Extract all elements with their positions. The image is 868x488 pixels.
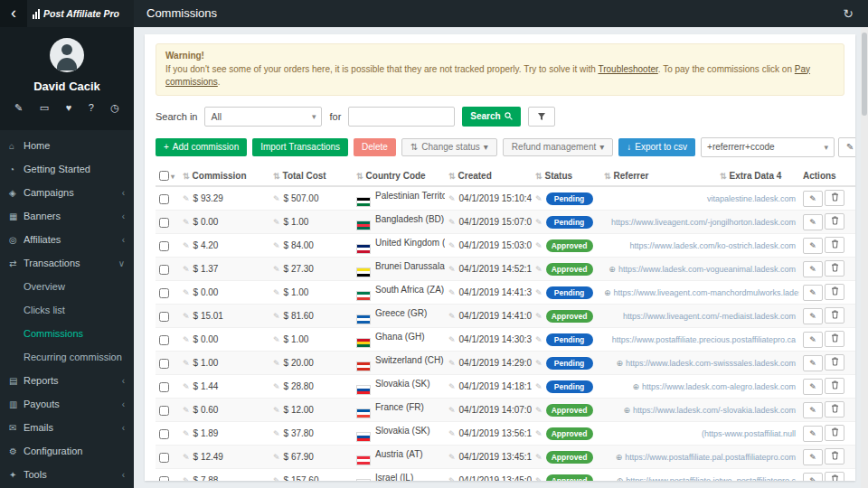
row-checkbox[interactable] (159, 288, 169, 298)
edit-pencil-icon[interactable]: ✎ (183, 453, 190, 462)
avatar[interactable] (50, 38, 84, 72)
edit-pencil-icon[interactable]: ✎ (183, 265, 190, 274)
search-button[interactable]: Search (462, 107, 520, 127)
delete-row-button[interactable] (825, 331, 844, 347)
sidebar-item-overview[interactable]: Overview (0, 275, 134, 298)
delete-row-button[interactable] (825, 190, 844, 206)
edit-pencil-icon[interactable]: ✎ (448, 382, 456, 391)
row-checkbox[interactable] (159, 359, 169, 369)
row-checkbox[interactable] (159, 382, 169, 392)
edit-pencil-icon[interactable]: ✎ (448, 359, 456, 368)
edit-pencil-icon[interactable]: ✎ (535, 241, 542, 250)
edit-pencil-icon[interactable]: ✎ (273, 476, 280, 481)
change-status-button[interactable]: ⇅ Change status ▾ (401, 138, 497, 156)
delete-row-button[interactable] (825, 425, 844, 441)
scrollbar-thumb[interactable] (862, 33, 867, 116)
referrer-link[interactable]: https://www.postaffiliate.pal.postaffili… (625, 453, 796, 462)
edit-pencil-icon[interactable]: ✎ (183, 359, 190, 368)
sidebar-item-home[interactable]: ⌂Home (0, 134, 134, 157)
edit-row-button[interactable]: ✎ (803, 332, 823, 348)
edit-pencil-icon[interactable]: ✎ (535, 335, 542, 344)
edit-pencil-icon[interactable]: ✎ (535, 312, 542, 321)
vertical-scrollbar[interactable] (861, 27, 868, 488)
referrer-link[interactable]: vitapalestine.ladesk.com (707, 194, 796, 203)
edit-pencil-icon[interactable]: ✎ (183, 406, 190, 415)
edit-pencil-icon[interactable]: ✎ (183, 429, 190, 438)
delete-row-button[interactable] (825, 260, 844, 277)
row-checkbox[interactable] (159, 406, 169, 416)
sidebar-item-recurring-commission-rules[interactable]: Recurring commission rules (0, 345, 134, 369)
column-header-created[interactable]: ⇅Created (445, 166, 532, 187)
edit-pencil-icon[interactable]: ✎ (183, 194, 190, 203)
edit-pencil-icon[interactable]: ✎ (535, 194, 542, 203)
edit-pencil-icon[interactable]: ✎ (273, 453, 280, 462)
referrer-link[interactable]: https://www.ladesk.com/-slovakia.ladesk.… (633, 406, 796, 415)
refund-management-button[interactable]: Refund management ▾ (503, 138, 613, 156)
edit-pencil-icon[interactable]: ✎ (273, 288, 280, 297)
edit-pencil-icon[interactable]: ✎ (448, 312, 456, 321)
edit-pencil-icon[interactable]: ✎ (273, 312, 280, 321)
edit-pencil-icon[interactable]: ✎ (273, 265, 280, 274)
edit-pencil-icon[interactable]: ✎ (448, 335, 456, 344)
edit-pencil-icon[interactable]: ✎ (448, 265, 456, 274)
sidebar-item-commissions[interactable]: Commissions (0, 322, 134, 345)
edit-pencil-icon[interactable]: ✎ (273, 359, 280, 368)
edit-row-button[interactable]: ✎ (803, 285, 823, 301)
sidebar-item-campaigns[interactable]: ◈Campaigns‹ (0, 181, 134, 204)
session-clock-icon[interactable]: ◷ (110, 102, 119, 114)
edit-row-button[interactable]: ✎ (803, 379, 823, 395)
delete-row-button[interactable] (825, 307, 844, 324)
add-commission-button[interactable]: + Add commission (156, 138, 247, 156)
edit-row-button[interactable]: ✎ (803, 191, 823, 207)
edit-row-button[interactable]: ✎ (803, 214, 823, 230)
import-transactions-button[interactable]: Import Transactions (252, 138, 348, 156)
export-csv-button[interactable]: ↓ Export to csv (618, 138, 695, 156)
edit-row-button[interactable]: ✎ (803, 261, 823, 277)
column-header-extra-data-4[interactable]: ⇅Extra Data 4 (716, 166, 799, 187)
select-all-checkbox[interactable] (159, 171, 169, 181)
referrer-link[interactable]: https://www.postaffiliate.jetwe..postaff… (626, 476, 796, 481)
edit-pencil-icon[interactable]: ✎ (448, 218, 456, 227)
edit-pencil-icon[interactable]: ✎ (183, 218, 190, 227)
referrer-link[interactable]: https://www.postaffiliate.precious.posta… (612, 335, 796, 344)
delete-row-button[interactable] (825, 354, 844, 371)
column-header-commission[interactable]: ⇅Commission (179, 166, 269, 187)
column-header-country-code[interactable]: ⇅Country Code (353, 166, 445, 187)
referrer-link[interactable]: https://www.liveagent.com/-mediaist.lade… (623, 312, 796, 321)
referrer-link[interactable]: https://www.ladesk.com-vogueanimal.lades… (618, 265, 796, 274)
edit-profile-icon[interactable]: ✎ (14, 102, 23, 114)
edit-pencil-icon[interactable]: ✎ (183, 288, 190, 297)
edit-pencil-icon[interactable]: ✎ (273, 194, 280, 203)
edit-pencil-icon[interactable]: ✎ (273, 406, 280, 415)
delete-row-button[interactable] (825, 213, 844, 230)
sidebar-item-clicks-list[interactable]: Clicks list (0, 298, 134, 322)
row-checkbox[interactable] (159, 265, 169, 275)
sidebar-item-payouts[interactable]: ▥Payouts‹ (0, 392, 134, 416)
favorites-icon[interactable]: ♥ (66, 102, 72, 114)
edit-pencil-icon[interactable]: ✎ (535, 429, 542, 438)
edit-pencil-icon[interactable]: ✎ (535, 218, 542, 227)
edit-pencil-icon[interactable]: ✎ (273, 218, 280, 227)
edit-row-button[interactable]: ✎ (803, 473, 823, 481)
row-checkbox[interactable] (159, 194, 169, 204)
columns-select[interactable]: +referrerr+ccode ▾ (701, 137, 835, 157)
search-in-select[interactable]: All ▾ (204, 107, 322, 127)
back-button[interactable]: ‹ (0, 0, 27, 27)
delete-row-button[interactable] (825, 378, 844, 394)
edit-pencil-icon[interactable]: ✎ (448, 453, 456, 462)
edit-row-button[interactable]: ✎ (803, 308, 823, 324)
delete-row-button[interactable] (825, 472, 844, 481)
referrer-link[interactable]: https://www.ladesk.com-alegro.ladesk.com (642, 382, 796, 391)
edit-pencil-icon[interactable]: ✎ (273, 241, 280, 250)
edit-pencil-icon[interactable]: ✎ (448, 288, 456, 297)
edit-pencil-icon[interactable]: ✎ (183, 241, 190, 250)
referrer-link[interactable]: (https-www.postaffiliat.null (702, 429, 796, 438)
column-header-status[interactable]: ⇅Status (532, 166, 600, 187)
edit-pencil-icon[interactable]: ✎ (183, 476, 190, 481)
edit-pencil-icon[interactable]: ✎ (183, 335, 190, 344)
edit-pencil-icon[interactable]: ✎ (448, 241, 456, 250)
edit-pencil-icon[interactable]: ✎ (535, 288, 542, 297)
edit-row-button[interactable]: ✎ (803, 355, 823, 371)
refresh-icon[interactable]: ↻ (828, 0, 868, 27)
sidebar-item-affiliates[interactable]: ◎Affiliates‹ (0, 228, 134, 251)
